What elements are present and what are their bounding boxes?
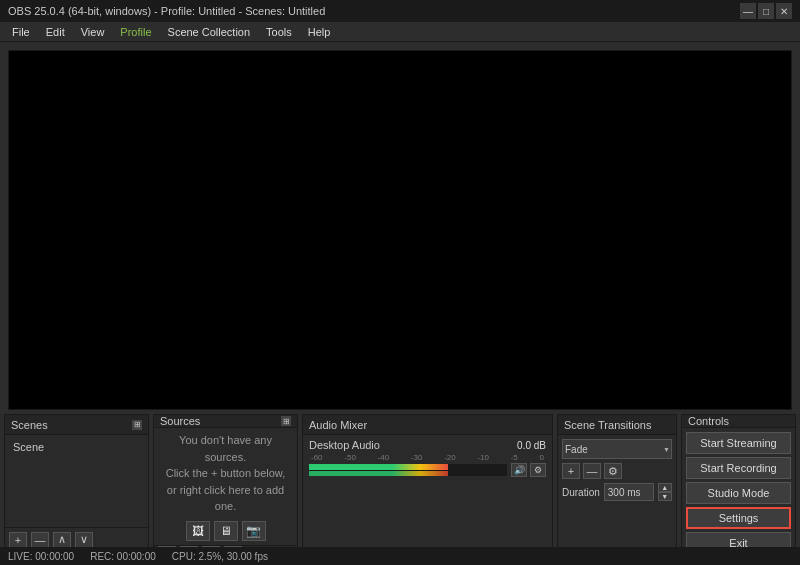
audio-mixer-title: Audio Mixer xyxy=(309,419,367,431)
preview-canvas xyxy=(8,50,792,410)
controls-panel-title: Controls xyxy=(688,415,729,427)
scene-transitions-panel: Scene Transitions Fade Cut Swipe Slide S… xyxy=(557,414,677,552)
menu-view[interactable]: View xyxy=(73,24,113,40)
scene-transitions-header: Scene Transitions xyxy=(558,415,676,435)
transitions-remove-button[interactable]: — xyxy=(583,463,601,479)
sources-empty-text: You don't have any sources. Click the + … xyxy=(158,432,293,515)
audio-track-header: Desktop Audio 0.0 dB xyxy=(309,439,546,451)
audio-controls: 🔊 ⚙ xyxy=(511,463,546,477)
audio-settings-button[interactable]: ⚙ xyxy=(530,463,546,477)
duration-spin-buttons: ▲ ▼ xyxy=(658,483,672,501)
status-cpu: CPU: 2.5%, 30.00 fps xyxy=(172,551,268,562)
meter-bar-top xyxy=(309,464,448,470)
menu-scene-collection[interactable]: Scene Collection xyxy=(160,24,259,40)
source-icon-monitor[interactable]: 🖥 xyxy=(214,521,238,541)
scenes-panel-title: Scenes xyxy=(11,419,48,431)
sources-panel-title: Sources xyxy=(160,415,200,427)
title-bar: OBS 25.0.4 (64-bit, windows) - Profile: … xyxy=(0,0,800,22)
duration-label: Duration xyxy=(562,487,600,498)
menu-tools[interactable]: Tools xyxy=(258,24,300,40)
audio-mute-button[interactable]: 🔊 xyxy=(511,463,527,477)
start-recording-button[interactable]: Start Recording xyxy=(686,457,791,479)
duration-up-button[interactable]: ▲ xyxy=(658,483,672,492)
scenes-up-button[interactable]: ∧ xyxy=(53,532,71,548)
audio-meter-labels: -60-50-40-30-20-10-50 xyxy=(309,453,546,462)
scenes-content: Scene xyxy=(5,435,148,527)
transitions-add-row: + — ⚙ xyxy=(562,463,672,479)
menu-edit[interactable]: Edit xyxy=(38,24,73,40)
transitions-content: Fade Cut Swipe Slide Stinger Luma Wipe ▼… xyxy=(558,435,676,551)
title-bar-controls: — □ ✕ xyxy=(740,3,792,19)
sources-panel-header: Sources ⊞ xyxy=(154,415,297,428)
duration-input[interactable] xyxy=(604,483,654,501)
audio-meter-container: 🔊 ⚙ xyxy=(309,463,546,477)
duration-down-button[interactable]: ▼ xyxy=(658,492,672,501)
audio-db-value: 0.0 dB xyxy=(517,440,546,451)
menu-bar: File Edit View Profile Scene Collection … xyxy=(0,22,800,42)
controls-content: Start Streaming Start Recording Studio M… xyxy=(682,428,795,558)
menu-file[interactable]: File xyxy=(4,24,38,40)
scenes-panel-icon[interactable]: ⊞ xyxy=(132,420,142,430)
duration-row: Duration ▲ ▼ xyxy=(562,483,672,501)
audio-track-desktop: Desktop Audio 0.0 dB -60-50-40-30-20-10-… xyxy=(309,439,546,477)
controls-panel-header: Controls xyxy=(682,415,795,428)
audio-mixer-content: Desktop Audio 0.0 dB -60-50-40-30-20-10-… xyxy=(303,435,552,551)
menu-help[interactable]: Help xyxy=(300,24,339,40)
meter-bar-bottom xyxy=(309,471,448,476)
scene-item-default[interactable]: Scene xyxy=(9,439,144,455)
transition-type-select[interactable]: Fade Cut Swipe Slide Stinger Luma Wipe xyxy=(562,439,672,459)
studio-mode-button[interactable]: Studio Mode xyxy=(686,482,791,504)
menu-profile[interactable]: Profile xyxy=(112,24,159,40)
sources-panel: Sources ⊞ You don't have any sources. Cl… xyxy=(153,414,298,552)
scenes-panel-header: Scenes ⊞ xyxy=(5,415,148,435)
scenes-down-button[interactable]: ∨ xyxy=(75,532,93,548)
minimize-button[interactable]: — xyxy=(740,3,756,19)
audio-meter xyxy=(309,464,507,476)
scenes-panel: Scenes ⊞ Scene + — ∧ ∨ xyxy=(4,414,149,552)
status-bar: LIVE: 00:00:00 REC: 00:00:00 CPU: 2.5%, … xyxy=(0,547,800,565)
audio-mixer-panel: Audio Mixer Desktop Audio 0.0 dB -60-50-… xyxy=(302,414,553,552)
audio-track-name: Desktop Audio xyxy=(309,439,380,451)
transitions-add-button[interactable]: + xyxy=(562,463,580,479)
scene-transitions-title: Scene Transitions xyxy=(564,419,651,431)
settings-button[interactable]: Settings xyxy=(686,507,791,529)
maximize-button[interactable]: □ xyxy=(758,3,774,19)
start-streaming-button[interactable]: Start Streaming xyxy=(686,432,791,454)
transition-type-wrapper: Fade Cut Swipe Slide Stinger Luma Wipe ▼ xyxy=(562,439,672,459)
title-bar-text: OBS 25.0.4 (64-bit, windows) - Profile: … xyxy=(8,5,325,17)
source-icon-image[interactable]: 🖼 xyxy=(186,521,210,541)
bottom-panels: Scenes ⊞ Scene + — ∧ ∨ Sources ⊞ You don… xyxy=(0,414,800,552)
audio-mixer-header: Audio Mixer xyxy=(303,415,552,435)
status-live: LIVE: 00:00:00 xyxy=(8,551,74,562)
scenes-remove-button[interactable]: — xyxy=(31,532,49,548)
scenes-add-button[interactable]: + xyxy=(9,532,27,548)
status-rec: REC: 00:00:00 xyxy=(90,551,156,562)
sources-content[interactable]: You don't have any sources. Click the + … xyxy=(154,428,297,545)
transitions-settings-button[interactable]: ⚙ xyxy=(604,463,622,479)
source-icon-camera[interactable]: 📷 xyxy=(242,521,266,541)
sources-icon-row: 🖼 🖥 📷 xyxy=(186,521,266,541)
controls-panel: Controls Start Streaming Start Recording… xyxy=(681,414,796,552)
close-button[interactable]: ✕ xyxy=(776,3,792,19)
sources-panel-icon[interactable]: ⊞ xyxy=(281,416,291,426)
